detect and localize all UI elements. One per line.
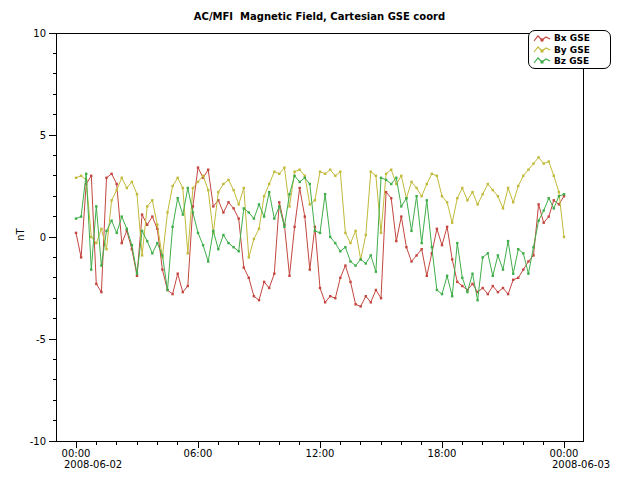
magnetic-field-chart: AC/MFI Magnetic Field, Cartesian GSE coo…	[0, 0, 640, 480]
x-tick-label: 00:00	[550, 448, 579, 459]
legend-line-bx-icon	[533, 34, 551, 43]
x-tick-label: 00:00	[62, 448, 91, 459]
legend-item-bz: Bz GSE	[533, 56, 607, 66]
x-date-label: 2008-06-03	[552, 459, 610, 470]
y-tick-label: -10	[30, 436, 46, 447]
y-tick-label: 10	[33, 28, 46, 39]
legend-label-bz: Bz GSE	[554, 56, 589, 66]
y-tick-label: -5	[36, 334, 46, 345]
legend-item-by: By GSE	[533, 45, 607, 55]
y-tick-label: 5	[40, 130, 46, 141]
legend: Bx GSE By GSE Bz GSE	[528, 30, 611, 69]
x-tick-label: 12:00	[306, 448, 335, 459]
series-bx	[75, 166, 565, 307]
legend-label-by: By GSE	[554, 45, 590, 55]
x-date-label: 2008-06-02	[64, 459, 122, 470]
x-tick-label: 18:00	[428, 448, 457, 459]
legend-line-by-icon	[533, 45, 551, 54]
x-tick-label: 06:00	[184, 448, 213, 459]
plot-area: 1050-5-1000:0006:0012:0018:0000:002008-0…	[0, 0, 640, 480]
legend-item-bx: Bx GSE	[533, 33, 607, 43]
plot-border	[56, 33, 583, 441]
y-tick-label: 0	[40, 232, 46, 243]
legend-line-bz-icon	[533, 56, 551, 65]
legend-label-bx: Bx GSE	[554, 33, 590, 43]
